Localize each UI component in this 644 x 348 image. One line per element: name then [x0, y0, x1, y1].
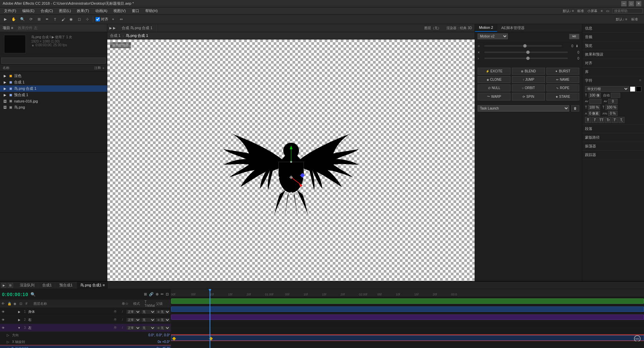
slider-thumb-3[interactable] [526, 57, 530, 60]
burst-button[interactable]: ✦ BURST [546, 68, 579, 75]
workspace-small[interactable]: 小屏幕 [587, 9, 597, 13]
close-button[interactable]: ✕ [636, 1, 641, 6]
null-button[interactable]: ∅ NULL [478, 84, 511, 91]
tsume-input[interactable] [608, 111, 618, 116]
workspace-standard[interactable]: 标准 [577, 9, 584, 13]
project-item-folder[interactable]: ▶ 渲色 [0, 73, 107, 79]
workspace-more[interactable]: ≡ [601, 9, 603, 13]
layer-3-mode[interactable]: 正常 [126, 326, 141, 330]
tracker-title[interactable]: 跟踪器 [582, 151, 644, 159]
warp-button[interactable]: 〜 WARP [478, 93, 511, 100]
motion-version-select[interactable]: Motion v2 [478, 33, 508, 39]
timeline-icon[interactable]: ⊞ [8, 283, 13, 288]
slider-track-1[interactable] [484, 45, 562, 47]
layer-2-trkmat[interactable]: 无 [141, 318, 155, 322]
layer-2-lock[interactable] [6, 318, 11, 322]
effects-presets-title[interactable]: 效果和预设 [582, 50, 644, 59]
snap-button[interactable]: ⌖ [110, 16, 116, 23]
motion2-tab[interactable]: Motion 2 [475, 24, 497, 32]
menu-animate[interactable]: 动画(A) [93, 8, 110, 14]
project-item-comp1[interactable]: ▶ 合成 1 [0, 79, 107, 85]
horiz-scale-input[interactable] [605, 105, 618, 110]
layer-2-parent[interactable]: ⊙ 无 [156, 318, 170, 322]
allcaps-style-btn[interactable]: TT [598, 117, 604, 123]
timeline-ctrl-2[interactable]: 🔗 [149, 292, 154, 296]
standard-workspace-label[interactable]: 标准 [631, 17, 638, 22]
menu-window[interactable]: 窗口 [129, 8, 142, 14]
smallcaps-style-btn[interactable]: Tr [605, 117, 611, 123]
bold-style-btn[interactable]: T [585, 117, 591, 123]
project-item-nature[interactable]: 🖼 nature-016.jpg [0, 98, 107, 104]
spin-button[interactable]: ⟳ SPIN [512, 93, 545, 100]
layer-3-lock[interactable] [6, 326, 11, 330]
slider-track-3[interactable] [484, 58, 568, 59]
menu-file[interactable]: 文件(F) [1, 8, 19, 14]
fill-color-swatch[interactable] [630, 86, 635, 92]
preview-title[interactable]: 预览 [582, 42, 644, 50]
leading-input[interactable] [611, 93, 620, 98]
audio-title[interactable]: 音频 [582, 33, 644, 41]
timeline-ctrl-5[interactable]: ⊡ [166, 292, 169, 296]
layer-3-solo[interactable] [11, 326, 16, 330]
timeline-ctrl-3[interactable]: ⊕ [156, 292, 159, 296]
layer-1-expand[interactable]: ▶ [17, 309, 21, 314]
library-title[interactable]: 库 [582, 68, 644, 76]
minimize-button[interactable]: ─ [621, 1, 627, 6]
timeline-ctrl-4[interactable]: ✏ [161, 292, 164, 296]
precomp1-tab[interactable]: 预合成1 [56, 282, 76, 289]
track-bar-1[interactable] [171, 298, 644, 304]
super-style-btn[interactable]: T' [612, 117, 618, 123]
comp1-tab[interactable]: 合成1 [39, 282, 55, 289]
orbit-button[interactable]: ○ ORBIT [512, 84, 545, 91]
timeline-ctrl-1[interactable]: ⊞ [144, 292, 147, 296]
playhead[interactable] [210, 289, 210, 348]
layer-2-mode[interactable]: 正常 [126, 318, 141, 322]
menu-help[interactable]: 帮助(H) [143, 8, 160, 14]
baseline-input[interactable] [588, 111, 600, 116]
layer-1-vis[interactable]: 👁 [1, 309, 5, 314]
character-title[interactable]: 字符 ≡ [582, 76, 644, 85]
font-size-input[interactable] [589, 93, 601, 98]
paragraph-title[interactable]: 段落 [582, 125, 644, 133]
italic-style-btn[interactable]: T [592, 117, 598, 123]
zoom-tool[interactable]: 🔍 [19, 16, 26, 23]
font-family-select[interactable]: 华文行楷 [585, 86, 629, 92]
sub-style-btn[interactable]: T, [619, 117, 625, 123]
layer-3-expand[interactable]: ▼ [17, 326, 21, 330]
stamp-tool[interactable]: ◉ [68, 16, 74, 23]
add-col-button[interactable]: + [102, 66, 104, 70]
align-title[interactable]: 对齐 [582, 59, 644, 67]
eraser-tool[interactable]: ◻ [76, 16, 83, 23]
task-launch-button[interactable]: 🗑 [571, 105, 579, 112]
layer-1-lock[interactable] [6, 309, 11, 314]
rotate-tool[interactable]: ⟳ [28, 16, 34, 23]
layer-2-expand[interactable]: ▶ [17, 318, 21, 322]
hand-tool[interactable]: ✋ [10, 16, 17, 23]
tracking-input[interactable] [608, 99, 618, 104]
info-title[interactable]: 信息 [582, 24, 644, 32]
blend-button[interactable]: ⊕ BLEND [512, 68, 545, 75]
menu-layer[interactable]: 图层(L) [56, 8, 73, 14]
stare-button[interactable]: ★ STARE [546, 93, 579, 100]
ae-script-tab[interactable]: AE脚本管理器 [497, 24, 529, 32]
project-item-bird-comp[interactable]: ▶ 鸟.png 合成 1 [0, 85, 107, 92]
align-checkbox[interactable] [96, 17, 100, 21]
transform-button[interactable]: ⇔ [118, 16, 124, 23]
breadcrumb-bird-comp[interactable]: 鸟.png 合成 1 [126, 33, 148, 38]
layer-3-vis[interactable]: 👁 [1, 326, 5, 330]
layer-1-mode[interactable]: 正常 [126, 310, 141, 314]
project-search-input[interactable] [1, 58, 106, 64]
layer-2-solo[interactable] [11, 318, 16, 322]
kerning-input[interactable] [589, 99, 601, 104]
project-item-precomp[interactable]: ▶ 预合成 1 [0, 92, 107, 98]
oscillator-title[interactable]: 振荡器 [582, 142, 644, 150]
menu-comp[interactable]: 合成(C) [38, 8, 56, 14]
slider-thumb-2[interactable] [526, 51, 530, 54]
search-help-input[interactable] [612, 8, 643, 13]
track-bar-2[interactable] [171, 306, 644, 312]
render-queue-icon[interactable]: ▶ [1, 283, 6, 288]
vert-scale-input[interactable] [588, 105, 600, 110]
layer-3-parent[interactable]: ⊙ 无 [156, 326, 170, 330]
menu-edit[interactable]: 编辑(E) [19, 8, 37, 14]
text-tool[interactable]: T [52, 16, 58, 23]
